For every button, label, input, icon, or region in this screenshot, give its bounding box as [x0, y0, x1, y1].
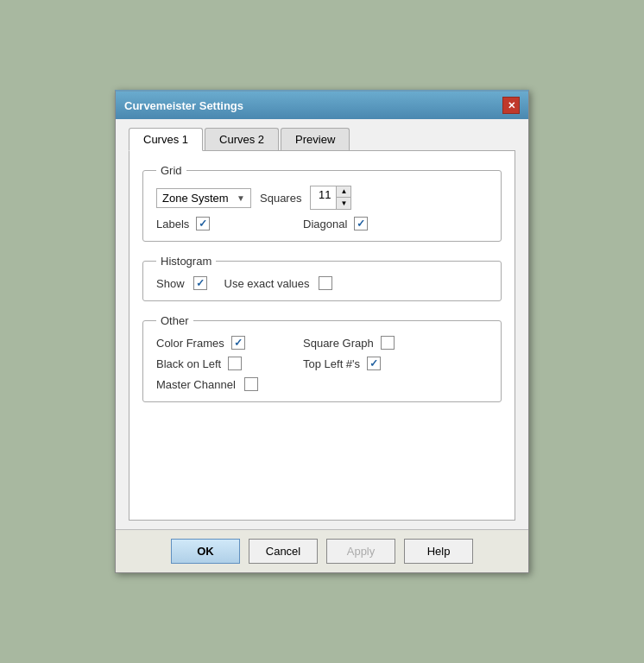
dropdown-value: Zone System	[162, 192, 229, 205]
grid-legend: Grid	[156, 164, 186, 177]
tab-content-curves1: Grid Zone System ▼ Squares 11 ▲ ▼	[129, 150, 515, 521]
other-row2: Black on Left Top Left #'s	[156, 357, 488, 370]
dropdown-arrow-icon: ▼	[237, 193, 245, 203]
labels-label: Labels	[156, 218, 189, 230]
black-on-left-checkbox[interactable]	[228, 357, 242, 370]
diagonal-col: Diagonal	[303, 217, 368, 230]
show-checkbox[interactable]	[193, 276, 207, 290]
dialog-body: Curves 1 Curves 2 Preview Grid Zone Syst…	[116, 119, 528, 529]
spinbox-down-button[interactable]: ▼	[337, 198, 350, 209]
grid-row1: Zone System ▼ Squares 11 ▲ ▼	[156, 186, 488, 210]
other-section: Other Color Frames Square Graph Black on…	[142, 314, 502, 402]
top-left-col: Top Left #'s	[303, 357, 381, 370]
close-button[interactable]: ✕	[502, 97, 520, 114]
squares-label: Squares	[260, 192, 301, 205]
histogram-row1: Show Use exact values	[156, 276, 488, 290]
diagonal-label: Diagonal	[303, 218, 347, 230]
black-on-left-col: Black on Left	[156, 357, 294, 370]
color-frames-label: Color Frames	[156, 337, 224, 350]
histogram-legend: Histogram	[156, 255, 216, 268]
other-legend: Other	[156, 314, 193, 327]
titlebar: Curvemeister Settings ✕	[116, 92, 528, 119]
top-left-checkbox[interactable]	[367, 357, 381, 370]
color-frames-checkbox[interactable]	[231, 336, 245, 350]
exact-label: Use exact values	[224, 277, 310, 290]
help-button[interactable]: Help	[404, 539, 473, 564]
tab-curves1[interactable]: Curves 1	[129, 128, 203, 151]
dialog-footer: OK Cancel Apply Help	[116, 529, 528, 572]
tab-preview[interactable]: Preview	[281, 128, 350, 151]
labels-checkbox[interactable]	[196, 217, 210, 230]
tab-curves2[interactable]: Curves 2	[205, 128, 279, 151]
other-row3: Master Channel	[156, 377, 488, 391]
master-channel-checkbox[interactable]	[244, 377, 258, 391]
histogram-section: Histogram Show Use exact values	[142, 255, 502, 301]
settings-dialog: Curvemeister Settings ✕ Curves 1 Curves …	[115, 90, 529, 573]
squares-spinbox: 11 ▲ ▼	[310, 186, 351, 210]
apply-button[interactable]: Apply	[326, 539, 395, 564]
square-graph-checkbox[interactable]	[381, 336, 395, 350]
other-row1: Color Frames Square Graph	[156, 336, 488, 350]
grid-dropdown[interactable]: Zone System ▼	[156, 188, 251, 208]
tab-bar: Curves 1 Curves 2 Preview	[129, 128, 515, 151]
spinbox-up-button[interactable]: ▲	[337, 186, 350, 198]
diagonal-checkbox[interactable]	[354, 217, 368, 230]
exact-checkbox[interactable]	[319, 276, 332, 290]
top-left-label: Top Left #'s	[303, 357, 360, 370]
ok-button[interactable]: OK	[171, 539, 240, 564]
grid-section: Grid Zone System ▼ Squares 11 ▲ ▼	[142, 164, 502, 242]
cancel-button[interactable]: Cancel	[249, 539, 318, 564]
dialog-title: Curvemeister Settings	[124, 99, 243, 112]
labels-col: Labels	[156, 217, 294, 230]
show-label: Show	[156, 277, 185, 290]
color-frames-col: Color Frames	[156, 336, 294, 350]
grid-row2: Labels Diagonal	[156, 217, 488, 230]
master-channel-label: Master Channel	[156, 378, 236, 391]
squares-value[interactable]: 11	[311, 186, 337, 209]
square-graph-col: Square Graph	[303, 336, 395, 350]
black-on-left-label: Black on Left	[156, 357, 221, 370]
square-graph-label: Square Graph	[303, 337, 374, 350]
spinbox-buttons: ▲ ▼	[337, 186, 350, 209]
